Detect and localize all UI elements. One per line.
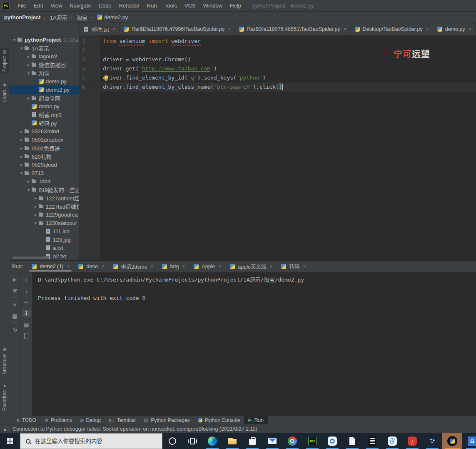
close-tab-icon[interactable] [426,26,429,32]
run-toolbar-icon[interactable] [22,332,31,339]
breadcrumb-item[interactable]: 淘宝 [67,13,87,21]
tree-item[interactable]: 1230statcour [9,219,79,227]
code-line[interactable]: 4 driver.get('http://www.taobao.com') [79,64,476,73]
run-toolbar-icon[interactable] [11,287,19,294]
tree-item[interactable]: 123.jpg [9,235,79,244]
taskbar-app-button[interactable] [162,433,182,449]
tree-expand-arrow-icon[interactable] [33,204,38,209]
run-tab[interactable]: brig [157,261,189,272]
tree-expand-arrow-icon[interactable] [12,37,17,42]
tree-expand-arrow-icon[interactable] [26,71,31,75]
close-tab-icon[interactable] [150,264,153,269]
tree-expand-arrow-icon[interactable] [19,129,24,134]
run-tab[interactable]: demo2 (1) [27,261,74,272]
tree-expand-arrow-icon[interactable] [19,154,24,159]
menu-item[interactable]: View [47,2,66,9]
taskbar-app-button[interactable] [242,433,262,449]
taskbar-app-button[interactable] [402,433,422,449]
tree-expand-arrow-icon[interactable] [26,187,31,192]
tree-item[interactable]: demo.py [9,77,79,85]
project-toolbar-icon[interactable] [67,25,77,33]
tree-expand-arrow-icon[interactable] [26,179,31,184]
editor-tab[interactable]: demo.py [433,23,476,35]
code-line[interactable]: 6 driver.find_element_by_class_name('btn… [79,82,476,92]
editor-tab[interactable]: Rar$DIa118076.48551\TaoBaoSpider.py [235,23,351,35]
menu-item[interactable]: Window [199,2,226,9]
tree-item[interactable]: a2.txt [9,252,79,260]
search-input[interactable] [35,438,157,444]
tool-window-button[interactable]: TODO [12,416,40,424]
tree-item[interactable]: 0326Xmind [9,127,79,135]
taskbar-app-button[interactable] [182,433,202,449]
close-tab-icon[interactable] [228,26,231,32]
project-toolbar-icon[interactable] [45,25,55,33]
close-tab-icon[interactable] [469,26,471,32]
run-toolbar-icon[interactable] [12,322,18,323]
run-tab[interactable]: 申请2demo [108,261,157,272]
tree-item[interactable]: 520礼物 [9,152,79,160]
code-line[interactable]: 5 driver.find_element_by_id('q').send_ke… [79,73,476,82]
taskbar-app-button[interactable] [322,433,342,449]
menu-item[interactable]: Run [143,2,161,9]
close-tab-icon[interactable] [344,26,346,32]
tree-expand-arrow-icon[interactable] [19,162,24,167]
tree-expand-arrow-icon[interactable] [19,137,24,142]
run-tab[interactable]: deno [74,261,108,272]
taskbar-app-button[interactable] [362,433,382,449]
tree-item[interactable]: 转码.py [9,119,79,127]
taskbar-app-button[interactable] [282,433,302,449]
taskbar-app-button[interactable] [222,433,242,449]
tree-item[interactable]: 1A演示 [9,44,79,52]
tool-stripe-structure[interactable]: Structure ▦ [0,346,9,376]
tree-expand-arrow-icon[interactable] [33,221,38,225]
breadcrumb-item[interactable]: 1A演示 [40,13,67,21]
tree-item[interactable]: 1229goodrea [9,210,79,219]
project-toolbar-icon[interactable] [23,25,32,33]
editor-tab[interactable]: Rar$DIa118076.47996\TaoBaoSpider.py [120,23,235,35]
close-tab-icon[interactable] [269,264,272,269]
tool-stripe-favorites[interactable]: Favorites ★ [0,382,9,412]
tree-item[interactable]: 111.ico [9,227,79,235]
tool-window-button[interactable]: Python Packages [140,416,194,424]
editor-tab[interactable]: 邮件.txt [80,23,120,35]
tree-item[interactable]: 0502dropbox [9,135,79,144]
run-tab[interactable]: apple英文版 [225,261,277,272]
tool-stripe-learn[interactable]: Learn ◆ [0,81,9,104]
tree-expand-arrow-icon[interactable] [26,96,31,100]
run-tab[interactable]: 转码 [277,261,310,272]
run-toolbar-icon[interactable] [22,287,31,294]
taskbar-app-button[interactable] [422,433,442,449]
tool-window-button[interactable]: Terminal [105,416,140,424]
editor-tab[interactable]: Desktop\TaoBaoSpider.py [351,23,433,35]
tree-horizontal-scrollbar[interactable] [12,257,49,259]
run-toolbar-icon[interactable] [11,326,19,333]
tree-expand-arrow-icon[interactable] [26,62,31,67]
run-toolbar-icon[interactable] [11,312,19,319]
taskbar-app-button[interactable] [342,433,362,449]
close-tab-icon[interactable] [112,26,115,32]
tree-item[interactable]: 淘宝 [9,69,79,77]
tree-item[interactable]: 微信防撤回 [9,60,79,69]
taskbar-app-button[interactable] [442,433,462,449]
breadcrumb-item[interactable]: demo2.py [87,14,128,20]
taskbar-app-button[interactable] [202,433,222,449]
tree-item[interactable]: 稻香.mp3 [9,110,79,119]
tool-window-button[interactable]: Run [244,416,267,424]
intention-bulb-icon[interactable] [104,75,108,80]
run-console-output[interactable]: D:\an3\python.exe C:/Users/admin/Pycharm… [33,272,476,416]
tree-expand-arrow-icon[interactable] [19,171,24,175]
menu-item[interactable]: Tools [161,2,181,9]
menu-item[interactable]: File [14,2,30,9]
run-toolbar-icon[interactable] [12,297,18,298]
menu-item[interactable]: Edit [30,2,47,9]
close-tab-icon[interactable] [67,264,70,269]
run-toolbar-icon[interactable] [22,276,31,283]
taskbar-app-button[interactable] [382,433,402,449]
menu-item[interactable]: Refactor [115,2,143,9]
run-toolbar-icon[interactable] [22,321,31,328]
tree-item[interactable]: lagouW [9,52,79,60]
breadcrumb-item[interactable]: pythonProject [4,14,40,20]
close-tab-icon[interactable] [182,264,185,269]
project-toolbar-icon[interactable] [12,25,21,33]
tree-item[interactable]: .idea [9,177,79,185]
